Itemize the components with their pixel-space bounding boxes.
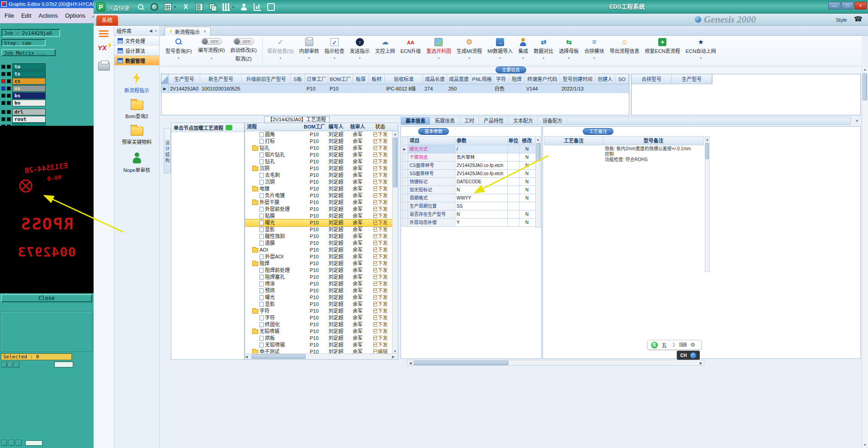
param-value[interactable]: 2V14429JA0.ss-fp.etch xyxy=(455,170,508,177)
caret-down-icon[interactable]: ▾ xyxy=(308,56,310,61)
detail-tab[interactable]: 文本配方 xyxy=(509,117,538,124)
ribbon-button[interactable]: 合拼模块 ▾ xyxy=(581,38,607,61)
flow-tree-row[interactable]: 无铅喷锡 P10 刘定超 余军 已下发 xyxy=(245,328,392,335)
scissors-icon[interactable] xyxy=(182,3,189,11)
quick-launch-logo[interactable]: P xyxy=(96,2,105,11)
panels-icon[interactable] xyxy=(195,3,203,11)
layer-toggle-icon[interactable] xyxy=(1,101,5,105)
col-modified[interactable]: 修改 xyxy=(519,137,534,145)
flow-tree-row[interactable]: 沉铜 P10 刘定超 余军 已下发 xyxy=(245,165,392,172)
layer-name[interactable]: to xyxy=(12,63,46,70)
caret-down-icon[interactable]: ▾ xyxy=(211,57,212,61)
main-cell[interactable]: 250 xyxy=(447,84,471,93)
param-value[interactable]: N xyxy=(455,186,508,194)
caret-down-icon[interactable]: ▾ xyxy=(438,56,439,61)
scroll-right-icon[interactable]: ▶ xyxy=(698,360,704,366)
detail-horizontal-scrollbar[interactable]: ◀ ▶ xyxy=(407,360,704,366)
mini-toggle[interactable] xyxy=(16,440,22,446)
flow-tree-row[interactable]: 预烘 P10 刘定超 余军 已下发 xyxy=(245,287,392,294)
mini-toggle[interactable] xyxy=(1,362,7,367)
param-value[interactable]: WWYY xyxy=(455,194,508,202)
flow-tree-row[interactable]: 终固化 P10 刘定超 余军 已下发 xyxy=(245,321,392,328)
grid-icon[interactable] xyxy=(164,3,172,11)
flow-tree-row[interactable]: 铝片钻孔 P10 刘定超 余军 已下发 xyxy=(245,152,392,158)
structure-vertical-tab[interactable]: 设计结构 xyxy=(164,128,171,173)
hamburger-menu-icon[interactable] xyxy=(99,30,108,38)
layer-row[interactable]: ss xyxy=(0,85,94,92)
ribbon-button[interactable]: ECN自动上网 ▾ xyxy=(683,38,719,61)
start-modify-toggle[interactable]: OFF xyxy=(233,38,254,45)
layer-row[interactable]: to xyxy=(0,63,94,70)
ime-toolbar[interactable]: S 五 ☽ ⌨ ⚙ xyxy=(647,340,702,350)
col-status[interactable]: 状态 xyxy=(368,123,392,131)
main-column-header[interactable]: 成品宽度 xyxy=(447,74,471,84)
tab-new-flow-instruction[interactable]: 新流程指示 × xyxy=(165,27,211,36)
param-value[interactable]: Y xyxy=(455,219,508,226)
layer-row[interactable]: rout xyxy=(0,116,94,123)
window-vertical-scrollbar[interactable]: ▲ ▼ xyxy=(862,67,868,448)
caret-down-icon[interactable]: ▾ xyxy=(700,56,702,61)
param-value[interactable]: N xyxy=(455,210,508,218)
param-row[interactable]: 曝光方式 / N xyxy=(402,145,536,153)
param-row[interactable]: 生产周期位置 SS xyxy=(402,202,536,210)
caret-down-icon[interactable]: ▾ xyxy=(856,119,858,123)
flow-tree-row[interactable]: 显影 P10 刘定超 余军 已下发 xyxy=(245,226,392,233)
scroll-right-icon[interactable]: ▶ xyxy=(392,354,398,360)
step-field[interactable]: Step: cam xyxy=(1,39,46,46)
flow-tree-row[interactable]: 阻焊前处理 P10 刘定超 余军 已下发 xyxy=(245,267,392,274)
main-column-header[interactable]: BOM工厂 xyxy=(328,74,353,84)
flow-tree-row[interactable]: AOI P10 刘定超 余军 已下发 xyxy=(245,247,392,253)
caret-down-icon[interactable]: ▾ xyxy=(174,5,176,9)
search-icon[interactable] xyxy=(137,3,145,11)
flow-tree-row[interactable]: 去毛刺 P10 刘定超 余军 已下发 xyxy=(245,172,392,179)
flow-tree-row[interactable]: 钻孔 P10 刘定超 余军 已下发 xyxy=(245,145,392,152)
col-auditor[interactable]: 核审人 xyxy=(347,123,368,131)
scroll-thumb[interactable] xyxy=(414,361,509,365)
layer-row[interactable]: bo xyxy=(0,100,94,106)
sidebar-tool[interactable]: 预审关键物料 xyxy=(114,127,159,145)
caret-down-icon[interactable]: ▾ xyxy=(279,56,281,61)
layer-toggle-icon[interactable] xyxy=(1,79,5,83)
param-row[interactable]: 加无铅标记 N N xyxy=(402,186,536,194)
start-modify-label[interactable]: 启动修改(E) xyxy=(230,46,257,53)
layer-name[interactable]: ts xyxy=(12,71,46,77)
flow-tree-row[interactable]: 曝光 P10 刘定超 余军 已下发 xyxy=(245,294,392,301)
layer-name[interactable]: ss xyxy=(12,85,46,92)
tree-vertical-scrollbar[interactable]: ▲ ▼ xyxy=(392,131,398,354)
params-scrollbar[interactable]: ▲ xyxy=(535,136,541,228)
detail-tab[interactable]: 设备配方 xyxy=(538,117,567,124)
chat-bubble-icon[interactable] xyxy=(226,125,232,130)
flow-tree-row[interactable]: 阻焊塞孔 P10 刘定超 余军 已下发 xyxy=(245,274,392,281)
flow-tree-row[interactable]: 字符 P10 刘定超 余军 已下发 xyxy=(245,315,392,321)
col-model-remark[interactable]: 型号备注 xyxy=(604,136,704,145)
yx-logo[interactable]: YX xyxy=(98,44,107,52)
layer-toggle-icon[interactable] xyxy=(1,94,5,98)
layer-name[interactable]: bo xyxy=(12,100,46,106)
scroll-thumb[interactable] xyxy=(251,354,306,359)
main-cell[interactable]: IPC-6012 Ⅱ级 xyxy=(385,84,423,93)
language-badge[interactable]: CH xyxy=(677,351,700,360)
ribbon-button[interactable]: 文控上网 xyxy=(373,38,398,61)
flow-tree-row[interactable]: 负片电镀 P10 刘定超 余军 已下发 xyxy=(245,192,392,199)
layer-toggle-icon[interactable] xyxy=(1,86,5,91)
flow-tree-row[interactable]: 打标 P10 刘定超 余军 已下发 xyxy=(245,138,392,145)
main-cell[interactable]: P10 xyxy=(305,84,328,93)
ribbon-button[interactable]: 保存信息(S) ▾ xyxy=(264,38,297,61)
scroll-left-icon[interactable]: ◀ xyxy=(245,354,251,360)
copy-icon[interactable] xyxy=(209,3,217,11)
param-row[interactable]: SS面菲林号 2V14429JA0.ss-fp.etch N xyxy=(402,170,536,178)
main-cell[interactable]: P10 xyxy=(328,84,353,93)
main-column-header[interactable]: 新生产型号 xyxy=(200,74,242,84)
ribbon-button[interactable]: 数据对比 ▾ xyxy=(531,38,556,61)
ribbon-button[interactable]: 内部审核 ▾ xyxy=(297,38,322,61)
sidebar-tool[interactable]: 新流程指示 xyxy=(114,72,159,94)
menu-item[interactable]: File xyxy=(5,12,14,19)
layer-row[interactable]: ts xyxy=(0,71,94,77)
ribbon-button[interactable]: 选择母板 ▾ xyxy=(556,38,581,61)
param-row[interactable]: 快捷标记 DATECODE N xyxy=(402,178,536,186)
flow-tree-row[interactable]: 酸性蚀刻 P10 刘定超 余军 已下发 xyxy=(245,233,392,240)
layer-name[interactable]: bs xyxy=(12,92,46,99)
layer-row[interactable]: drl xyxy=(0,109,94,115)
scroll-down-icon[interactable]: ▼ xyxy=(862,442,868,448)
caret-down-icon[interactable]: ▾ xyxy=(593,56,595,61)
